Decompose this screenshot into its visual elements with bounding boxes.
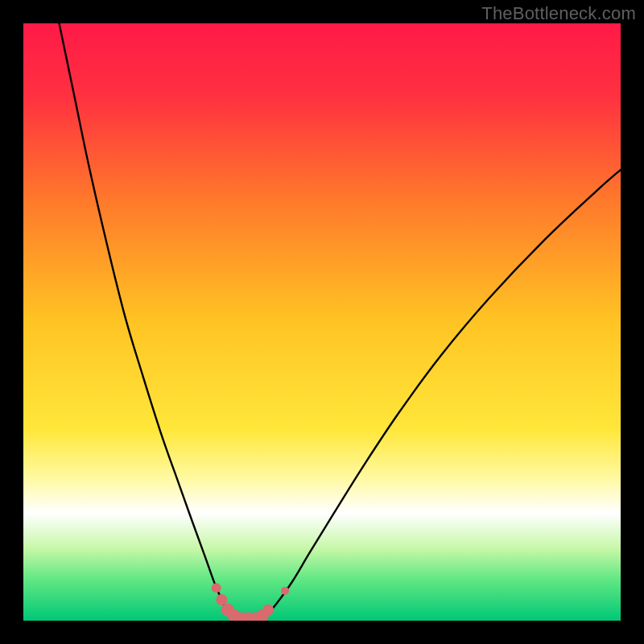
bottleneck-chart: [23, 23, 621, 621]
highlight-dot: [281, 587, 289, 595]
highlight-dot: [212, 583, 221, 592]
highlight-dot: [216, 594, 227, 605]
watermark-text: TheBottleneck.com: [481, 3, 636, 24]
highlight-dot: [262, 605, 274, 616]
chart-frame: [23, 23, 621, 621]
